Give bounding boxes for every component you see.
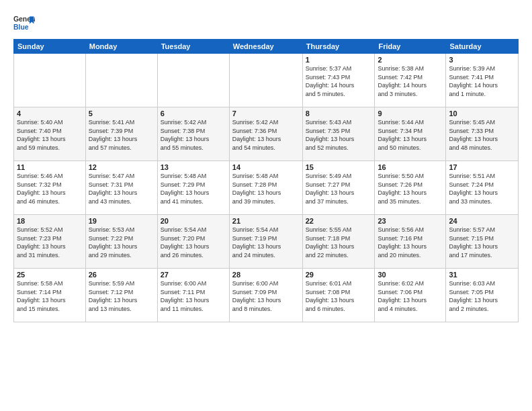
calendar-table: SundayMondayTuesdayWednesdayThursdayFrid…: [13, 39, 519, 322]
day-number: 4: [17, 109, 83, 118]
calendar-cell: 16Sunrise: 5:50 AM Sunset: 7:26 PM Dayli…: [375, 161, 446, 215]
calendar-cell: 26Sunrise: 5:59 AM Sunset: 7:12 PM Dayli…: [85, 269, 157, 322]
calendar-cell: 31Sunrise: 6:03 AM Sunset: 7:05 PM Dayli…: [446, 269, 519, 322]
calendar-cell: 7Sunrise: 5:42 AM Sunset: 7:36 PM Daylig…: [229, 107, 302, 161]
day-number: 8: [306, 109, 372, 118]
day-header-thursday: Thursday: [302, 40, 375, 54]
calendar-week-2: 4Sunrise: 5:40 AM Sunset: 7:40 PM Daylig…: [14, 107, 519, 161]
calendar-cell: 6Sunrise: 5:42 AM Sunset: 7:38 PM Daylig…: [157, 107, 229, 161]
day-number: 7: [232, 109, 300, 118]
calendar-cell: 27Sunrise: 6:00 AM Sunset: 7:11 PM Dayli…: [157, 269, 229, 322]
day-header-friday: Friday: [375, 40, 446, 54]
day-number: 21: [232, 217, 300, 225]
day-info: Sunrise: 5:44 AM Sunset: 7:34 PM Dayligh…: [378, 118, 443, 152]
calendar-cell: 4Sunrise: 5:40 AM Sunset: 7:40 PM Daylig…: [14, 107, 86, 161]
calendar-cell: 20Sunrise: 5:54 AM Sunset: 7:20 PM Dayli…: [157, 215, 229, 269]
day-number: 22: [306, 217, 372, 225]
calendar-cell: 30Sunrise: 6:02 AM Sunset: 7:06 PM Dayli…: [375, 269, 446, 322]
day-header-saturday: Saturday: [446, 40, 519, 54]
day-info: Sunrise: 5:54 AM Sunset: 7:20 PM Dayligh…: [161, 226, 226, 259]
day-info: Sunrise: 5:49 AM Sunset: 7:27 PM Dayligh…: [306, 172, 372, 205]
day-number: 19: [89, 217, 154, 225]
day-number: 16: [378, 163, 443, 171]
calendar-cell: 13Sunrise: 5:48 AM Sunset: 7:29 PM Dayli…: [157, 161, 229, 215]
day-info: Sunrise: 5:45 AM Sunset: 7:33 PM Dayligh…: [449, 118, 515, 152]
day-number: 18: [17, 217, 83, 225]
day-info: Sunrise: 5:54 AM Sunset: 7:19 PM Dayligh…: [232, 226, 300, 259]
day-number: 6: [161, 109, 226, 118]
day-info: Sunrise: 5:46 AM Sunset: 7:32 PM Dayligh…: [17, 172, 83, 205]
logo: General Blue: [13, 12, 36, 34]
calendar-cell: [14, 54, 86, 107]
calendar-cell: 17Sunrise: 5:51 AM Sunset: 7:24 PM Dayli…: [446, 161, 519, 215]
calendar-cell: 8Sunrise: 5:43 AM Sunset: 7:35 PM Daylig…: [302, 107, 375, 161]
calendar-cell: 23Sunrise: 5:56 AM Sunset: 7:16 PM Dayli…: [375, 215, 446, 269]
day-number: 5: [89, 109, 154, 118]
day-header-tuesday: Tuesday: [157, 40, 229, 54]
header: General Blue: [13, 12, 519, 34]
calendar-cell: [85, 54, 157, 107]
day-info: Sunrise: 5:38 AM Sunset: 7:42 PM Dayligh…: [378, 64, 443, 98]
calendar-week-4: 18Sunrise: 5:52 AM Sunset: 7:23 PM Dayli…: [14, 215, 519, 269]
day-info: Sunrise: 5:42 AM Sunset: 7:36 PM Dayligh…: [232, 118, 300, 152]
calendar-cell: 22Sunrise: 5:55 AM Sunset: 7:18 PM Dayli…: [302, 215, 375, 269]
calendar-cell: 14Sunrise: 5:48 AM Sunset: 7:28 PM Dayli…: [229, 161, 302, 215]
calendar-cell: [157, 54, 229, 107]
calendar-header-row: SundayMondayTuesdayWednesdayThursdayFrid…: [14, 40, 519, 54]
day-info: Sunrise: 5:48 AM Sunset: 7:28 PM Dayligh…: [232, 172, 300, 205]
calendar-cell: 18Sunrise: 5:52 AM Sunset: 7:23 PM Dayli…: [14, 215, 86, 269]
day-number: 1: [306, 56, 372, 64]
calendar-cell: 10Sunrise: 5:45 AM Sunset: 7:33 PM Dayli…: [446, 107, 519, 161]
day-number: 30: [378, 271, 443, 279]
page: General Blue SundayMondayTuesdayWednesda…: [0, 0, 532, 411]
calendar-cell: 15Sunrise: 5:49 AM Sunset: 7:27 PM Dayli…: [302, 161, 375, 215]
day-number: 9: [378, 109, 443, 118]
day-info: Sunrise: 6:00 AM Sunset: 7:09 PM Dayligh…: [232, 279, 300, 313]
day-number: 26: [89, 271, 154, 279]
day-number: 28: [232, 271, 300, 279]
day-info: Sunrise: 5:53 AM Sunset: 7:22 PM Dayligh…: [89, 226, 154, 259]
day-info: Sunrise: 5:59 AM Sunset: 7:12 PM Dayligh…: [89, 279, 154, 313]
day-number: 31: [449, 271, 515, 279]
calendar-cell: 29Sunrise: 6:01 AM Sunset: 7:08 PM Dayli…: [302, 269, 375, 322]
day-number: 12: [89, 163, 154, 171]
day-number: 2: [378, 56, 443, 64]
day-info: Sunrise: 5:42 AM Sunset: 7:38 PM Dayligh…: [161, 118, 226, 152]
day-number: 3: [449, 56, 515, 64]
day-info: Sunrise: 5:51 AM Sunset: 7:24 PM Dayligh…: [449, 172, 515, 205]
calendar-cell: 24Sunrise: 5:57 AM Sunset: 7:15 PM Dayli…: [446, 215, 519, 269]
logo-icon: General Blue: [13, 12, 35, 34]
calendar-cell: [229, 54, 302, 107]
day-number: 10: [449, 109, 515, 118]
day-info: Sunrise: 5:52 AM Sunset: 7:23 PM Dayligh…: [17, 226, 83, 259]
day-number: 11: [17, 163, 83, 171]
day-number: 20: [161, 217, 226, 225]
calendar-cell: 9Sunrise: 5:44 AM Sunset: 7:34 PM Daylig…: [375, 107, 446, 161]
calendar-week-5: 25Sunrise: 5:58 AM Sunset: 7:14 PM Dayli…: [14, 269, 519, 322]
calendar-cell: 28Sunrise: 6:00 AM Sunset: 7:09 PM Dayli…: [229, 269, 302, 322]
day-info: Sunrise: 6:03 AM Sunset: 7:05 PM Dayligh…: [449, 279, 515, 313]
day-header-wednesday: Wednesday: [229, 40, 302, 54]
day-info: Sunrise: 6:02 AM Sunset: 7:06 PM Dayligh…: [378, 279, 443, 313]
calendar-cell: 21Sunrise: 5:54 AM Sunset: 7:19 PM Dayli…: [229, 215, 302, 269]
day-number: 15: [306, 163, 372, 171]
calendar-cell: 12Sunrise: 5:47 AM Sunset: 7:31 PM Dayli…: [85, 161, 157, 215]
day-number: 14: [232, 163, 300, 171]
day-number: 17: [449, 163, 515, 171]
day-number: 29: [306, 271, 372, 279]
day-info: Sunrise: 5:37 AM Sunset: 7:43 PM Dayligh…: [306, 64, 372, 98]
calendar-cell: 1Sunrise: 5:37 AM Sunset: 7:43 PM Daylig…: [302, 54, 375, 107]
day-info: Sunrise: 5:48 AM Sunset: 7:29 PM Dayligh…: [161, 172, 226, 205]
day-info: Sunrise: 5:50 AM Sunset: 7:26 PM Dayligh…: [378, 172, 443, 205]
day-info: Sunrise: 5:43 AM Sunset: 7:35 PM Dayligh…: [306, 118, 372, 152]
calendar-cell: 2Sunrise: 5:38 AM Sunset: 7:42 PM Daylig…: [375, 54, 446, 107]
day-header-sunday: Sunday: [14, 40, 86, 54]
day-info: Sunrise: 5:40 AM Sunset: 7:40 PM Dayligh…: [17, 118, 83, 152]
calendar-cell: 19Sunrise: 5:53 AM Sunset: 7:22 PM Dayli…: [85, 215, 157, 269]
day-info: Sunrise: 5:56 AM Sunset: 7:16 PM Dayligh…: [378, 226, 443, 259]
calendar-week-1: 1Sunrise: 5:37 AM Sunset: 7:43 PM Daylig…: [14, 54, 519, 107]
day-header-monday: Monday: [85, 40, 157, 54]
svg-text:Blue: Blue: [13, 24, 29, 31]
day-number: 23: [378, 217, 443, 225]
calendar-cell: 3Sunrise: 5:39 AM Sunset: 7:41 PM Daylig…: [446, 54, 519, 107]
